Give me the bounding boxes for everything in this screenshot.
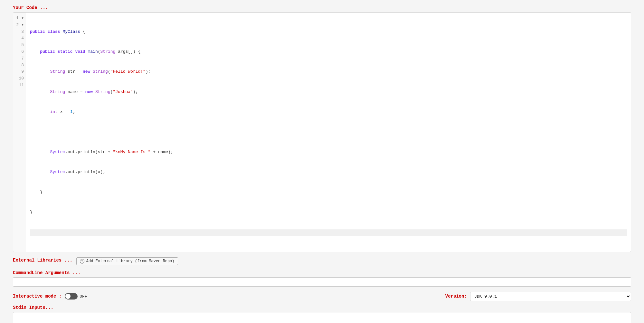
code-line-1: public class MyClass {: [30, 29, 627, 35]
code-content[interactable]: public class MyClass { public static voi…: [26, 13, 631, 252]
interactive-mode-toggle[interactable]: OFF: [65, 293, 87, 300]
line-number-3: 3: [15, 29, 24, 35]
stdin-textarea[interactable]: [13, 312, 631, 323]
stdin-label: Stdin Inputs...: [13, 305, 631, 310]
external-libraries-row: External Libraries ... + Add External Li…: [13, 257, 631, 265]
line-numbers: 1 ▾ 2 ▾ 3 4 5 6 7 8 9 10 11: [13, 13, 26, 252]
code-line-8: System.out.println(x);: [30, 169, 627, 176]
plus-circle-icon: +: [80, 259, 84, 263]
version-label: Version:: [445, 294, 467, 299]
your-code-label: Your Code ...: [13, 5, 631, 10]
commandline-input[interactable]: [13, 277, 631, 287]
toggle-thumb: [65, 294, 71, 299]
line-number-10: 10: [15, 75, 24, 82]
code-editor-container: 1 ▾ 2 ▾ 3 4 5 6 7 8 9 10 11 public class…: [13, 12, 631, 252]
commandline-label: CommandLine Arguments ...: [13, 270, 631, 275]
toggle-state-text: OFF: [80, 294, 87, 299]
line-number-9: 9: [15, 69, 24, 75]
code-line-6: [30, 129, 627, 136]
interactive-mode-section: Interactive mode : OFF: [13, 293, 445, 300]
add-library-button[interactable]: + Add External Library (from Maven Repo): [76, 257, 178, 265]
line-number-6: 6: [15, 49, 24, 55]
code-line-7: System.out.println(str + "\nMy Name Is "…: [30, 149, 627, 156]
line-number-5: 5: [15, 42, 24, 49]
line-number-4: 4: [15, 35, 24, 42]
code-line-4: String name = new String("Joshua");: [30, 89, 627, 96]
line-number-7: 7: [15, 55, 24, 62]
interactive-mode-label: Interactive mode :: [13, 294, 62, 299]
code-line-11: [30, 229, 627, 236]
external-libraries-label: External Libraries ...: [13, 258, 72, 263]
add-library-button-label: Add External Library (from Maven Repo): [86, 259, 175, 263]
commandline-section: CommandLine Arguments ...: [13, 270, 631, 287]
line-number-11: 11: [15, 82, 24, 89]
toggle-track[interactable]: [65, 293, 78, 300]
version-select[interactable]: JDK 9.0.1 JDK 8 JDK 11 JDK 17: [470, 292, 631, 301]
line-number-2: 2 ▾: [15, 22, 24, 29]
code-line-10: }: [30, 209, 627, 216]
line-number-1: 1 ▾: [15, 15, 24, 22]
stdin-section: Stdin Inputs...: [13, 305, 631, 323]
code-line-5: int x = 1;: [30, 109, 627, 115]
code-line-3: String str = new String("Hello World!");: [30, 69, 627, 75]
code-editor[interactable]: 1 ▾ 2 ▾ 3 4 5 6 7 8 9 10 11 public class…: [13, 13, 631, 252]
interactive-version-row: Interactive mode : OFF Version: JDK 9.0.…: [13, 292, 631, 301]
code-line-2: public static void main(String args[]) {: [30, 49, 627, 55]
code-line-9: }: [30, 189, 627, 196]
version-section: Version: JDK 9.0.1 JDK 8 JDK 11 JDK 17: [445, 292, 631, 301]
line-number-8: 8: [15, 62, 24, 69]
